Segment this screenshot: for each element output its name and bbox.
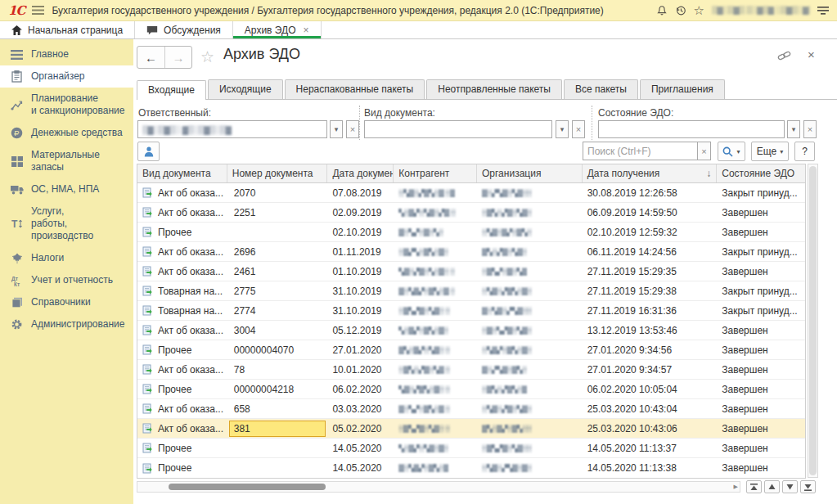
cell-edo-state[interactable]: Завершен bbox=[717, 321, 805, 340]
cell-doc-number[interactable]: 2461 bbox=[227, 262, 328, 281]
cell-edo-state[interactable]: Завершен bbox=[717, 399, 805, 418]
responsible-input[interactable]: ▒▓░▒▓▒░ ▓▒░▒▓▒░▒▓ bbox=[137, 120, 327, 138]
cell-doc-number[interactable]: 2070 bbox=[227, 183, 328, 202]
table-row[interactable]: Акт об оказа... 381 05.02.2020 ▒▓▚▞▓▒▚▓▒… bbox=[137, 419, 805, 439]
cell-doc-number[interactable]: 00000004070 bbox=[227, 340, 328, 359]
cell-doc-number[interactable]: 78 bbox=[227, 360, 328, 379]
table-row[interactable]: Акт об оказа... 3004 05.12.2019 ▚▒▓▞▒▓▚▒… bbox=[137, 321, 805, 340]
edo-state-dropdown-icon[interactable]: ▾ bbox=[787, 120, 800, 138]
cell-doc-number[interactable]: 00000004218 bbox=[227, 380, 328, 398]
cell-doc-number[interactable]: 3004 bbox=[227, 321, 328, 340]
notifications-bell-icon[interactable] bbox=[656, 5, 668, 16]
table-row[interactable]: Товарная на... 2775 31.10.2019 ▓▒▚▓▞▒▓▚▒… bbox=[137, 281, 805, 301]
go-next-row-button[interactable] bbox=[782, 480, 798, 493]
cell-doc-type[interactable]: Акт об оказа... bbox=[137, 419, 227, 438]
cell-counterparty[interactable]: ▒▓▚▞▓▒▚▓▒ ▒ bbox=[394, 301, 477, 320]
tab-unsent-packages[interactable]: Неотправленные пакеты bbox=[426, 79, 562, 99]
cell-doc-number[interactable]: 381 bbox=[227, 419, 328, 438]
current-user-name[interactable]: ▒▓░▒▓▒ ▒░▓▒▓ ░▒▓▒░▓▒ bbox=[712, 6, 810, 15]
table-row[interactable]: Акт об оказа... 2696 01.11.2019 ▒▓▞▚▒▓▚▒… bbox=[137, 242, 805, 262]
cell-counterparty[interactable]: ▚▓▒▞▓▚▒▓▒ ▒ bbox=[394, 380, 477, 398]
cell-doc-type[interactable]: Товарная на... bbox=[137, 301, 227, 320]
cell-counterparty[interactable]: ▓▒▚▞▒▓▒▚▒ bbox=[394, 223, 477, 241]
sidebar-item-planning[interactable]: Планирование и санкционирование bbox=[0, 88, 133, 122]
cell-doc-date[interactable]: 05.12.2019 bbox=[327, 321, 394, 340]
column-doc-type[interactable]: Вид документа bbox=[137, 164, 227, 182]
cell-organization[interactable]: ▒▓▚▒▞▓▚▒▓ bbox=[477, 380, 583, 398]
horizontal-scrollbar[interactable]: ▶ bbox=[137, 481, 740, 493]
tab-incoming[interactable]: Входящие bbox=[137, 80, 206, 100]
cell-received-date[interactable]: 25.03.2020 10:43:04 bbox=[583, 399, 718, 418]
tab-home-page[interactable]: Начальная страница bbox=[0, 21, 135, 38]
cell-counterparty[interactable]: ▚▒▓▞▒▓▚▒▓▒ bbox=[394, 321, 477, 340]
cell-doc-date[interactable]: 31.10.2019 bbox=[327, 301, 394, 320]
sidebar-item-cash[interactable]: P Денежные средства bbox=[0, 122, 133, 144]
cell-doc-date[interactable]: 27.01.2020 bbox=[327, 340, 394, 359]
cell-counterparty[interactable]: ▚▒▓▞▒▚▓▒▞▓ ▒ bbox=[394, 203, 477, 222]
cell-doc-number[interactable]: 2251 bbox=[227, 203, 328, 222]
main-menu-icon[interactable] bbox=[32, 6, 44, 15]
cell-counterparty[interactable]: ▓▒▚▞▒▓▚▒▓ ▒ bbox=[394, 399, 477, 418]
edo-state-clear-icon[interactable]: × bbox=[803, 120, 817, 138]
doc-kind-clear-icon[interactable]: × bbox=[572, 120, 585, 138]
tab-all-packages[interactable]: Все пакеты bbox=[564, 79, 638, 99]
cell-received-date[interactable]: 25.03.2020 10:43:06 bbox=[583, 419, 718, 438]
responsible-person-button[interactable] bbox=[137, 142, 160, 161]
tab-edo-archive[interactable]: Архив ЭДО × bbox=[233, 21, 322, 38]
cell-counterparty[interactable]: ▚▒▓▞▒▚▓▒▓▒ bbox=[394, 439, 477, 457]
column-organization[interactable]: Организация bbox=[477, 164, 583, 182]
table-row[interactable]: Прочее 00000004218 06.02.2020 ▚▓▒▞▓▚▒▓▒ … bbox=[137, 380, 805, 399]
column-doc-number[interactable]: Номер документа bbox=[227, 164, 328, 182]
cell-doc-date[interactable]: 02.09.2019 bbox=[327, 203, 394, 222]
sidebar-item-administration[interactable]: Администрирование bbox=[0, 313, 133, 335]
back-button[interactable]: ← bbox=[137, 47, 164, 68]
cell-organization[interactable]: ▒▚▓▒▞▚▓▒▓▒ bbox=[477, 458, 583, 478]
vertical-scrollbar[interactable] bbox=[808, 164, 818, 478]
cell-counterparty[interactable]: ▓▒▚▓▞▒▓▚▒▓ ▒ bbox=[394, 281, 477, 300]
cell-counterparty[interactable]: ▒▓▚▒▞▓▒▚▓ ▒ bbox=[394, 360, 477, 379]
tab-discussions[interactable]: Обсуждения bbox=[135, 21, 233, 38]
table-row[interactable]: Акт об оказа... 2070 07.08.2019 ▒▚▓▒▞▓▚▒… bbox=[137, 183, 805, 203]
cell-organization[interactable]: ▒▓▚▒▞▓▒▚▓▒ bbox=[477, 203, 583, 222]
cell-organization[interactable]: ▒▓▒▚▞▓▒▚▓▒ bbox=[477, 321, 583, 340]
cell-received-date[interactable]: 27.11.2019 16:31:36 bbox=[583, 301, 718, 320]
cell-received-date[interactable]: 27.11.2019 15:29:38 bbox=[583, 281, 718, 300]
sidebar-item-services[interactable]: Т Услуги, работы, производство bbox=[0, 200, 133, 247]
form-close-icon[interactable]: × bbox=[808, 47, 815, 61]
sidebar-item-organizer[interactable]: Органайзер bbox=[0, 65, 133, 88]
doc-kind-input[interactable] bbox=[364, 120, 552, 138]
cell-doc-type[interactable]: Прочее bbox=[137, 439, 227, 457]
cell-organization[interactable]: ▒▓▚▞▓▒▚▓▒▒ bbox=[477, 439, 583, 457]
cell-organization[interactable]: ▒▚▓▒▞▓▚▒▓▒ bbox=[477, 281, 583, 300]
cell-doc-number[interactable]: 2774 bbox=[227, 301, 328, 320]
sidebar-item-taxes[interactable]: Налоги bbox=[0, 247, 133, 269]
column-counterparty[interactable]: Контрагент bbox=[394, 164, 477, 182]
tab-invitations[interactable]: Приглашения bbox=[640, 79, 725, 99]
cell-doc-type[interactable]: Прочее bbox=[137, 223, 227, 241]
cell-doc-date[interactable]: 14.05.2020 bbox=[327, 439, 394, 457]
cell-doc-number[interactable]: 2696 bbox=[227, 242, 328, 261]
cell-organization[interactable]: ▓▚▒▞▓▒▚▓▒ bbox=[477, 242, 583, 261]
cell-edo-state[interactable]: Закрыт принуд... bbox=[717, 242, 805, 261]
cell-doc-date[interactable]: 07.08.2019 bbox=[327, 183, 394, 202]
search-run-button[interactable]: ▾ bbox=[718, 142, 745, 161]
cell-received-date[interactable]: 13.12.2019 13:53:46 bbox=[583, 321, 718, 340]
cell-edo-state[interactable]: Завершен bbox=[717, 262, 805, 281]
column-doc-date[interactable]: Дата документа bbox=[327, 164, 394, 182]
horizontal-scrollbar-thumb[interactable] bbox=[169, 484, 326, 490]
cell-edo-state[interactable]: Завершен bbox=[717, 419, 805, 438]
cell-organization[interactable]: ▓▒▞▚▓▒▚▓▒▒ bbox=[477, 183, 583, 202]
cell-edo-state[interactable]: Завершен bbox=[717, 203, 805, 222]
cell-doc-number[interactable] bbox=[227, 223, 328, 241]
sidebar-item-fixed-assets[interactable]: ОС, НМА, НПА bbox=[0, 178, 133, 200]
cell-edo-state[interactable]: Закрыт принуд... bbox=[717, 183, 805, 202]
cell-received-date[interactable]: 27.01.2020 9:34:57 bbox=[583, 360, 718, 379]
cell-received-date[interactable]: 27.01.2020 9:34:56 bbox=[583, 340, 718, 359]
table-row[interactable]: Прочее 14.05.2020 ▚▒▓▞▒▚▓▒▓▒ ▒▓▚▞▓▒▚▓▒▒ … bbox=[137, 439, 805, 458]
cell-doc-date[interactable]: 14.05.2020 bbox=[327, 458, 394, 478]
table-row[interactable]: Акт об оказа... 658 03.03.2020 ▓▒▚▞▒▓▚▒▓… bbox=[137, 399, 805, 419]
get-link-icon[interactable] bbox=[777, 50, 791, 61]
tab-unpacked-packages[interactable]: Нераспакованные пакеты bbox=[285, 79, 425, 99]
cell-edo-state[interactable]: Закрыт принуд... bbox=[717, 301, 805, 320]
cell-doc-number[interactable]: 658 bbox=[227, 399, 328, 418]
